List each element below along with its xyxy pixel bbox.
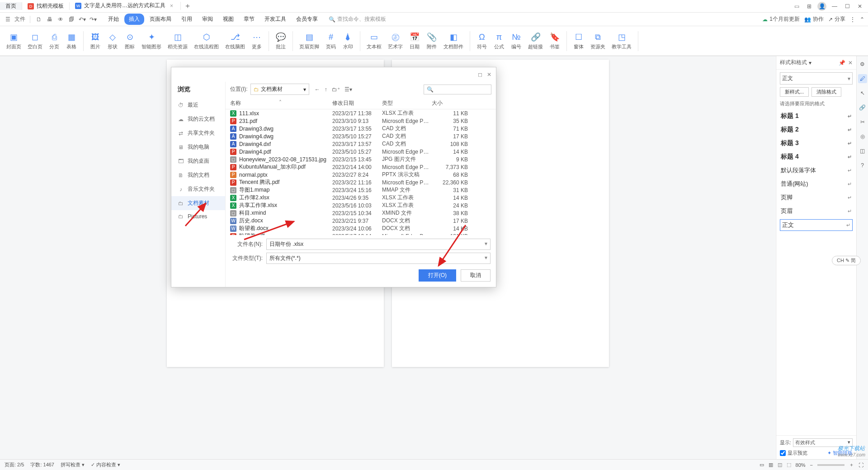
search-box[interactable]: 🔍 查找命令、搜索模板 — [329, 15, 386, 23]
spellcheck[interactable]: 拼写检查 ▾ — [61, 461, 85, 468]
style-页脚[interactable]: 页脚↵ — [780, 192, 853, 203]
kebab-icon[interactable]: ⋮ — [850, 16, 855, 23]
sidebar-音乐文件夹[interactable]: ♪音乐文件夹 — [171, 182, 225, 196]
file-row[interactable]: ◻导图1.mmap2023/3/24 15:16MMAP 文件31 KB — [226, 186, 496, 194]
help-icon[interactable]: ? — [858, 161, 867, 170]
style-正文[interactable]: 正文↵ — [780, 219, 853, 231]
ribbon-文档部件[interactable]: ◧文档部件 — [442, 32, 465, 50]
ribbon-tab[interactable]: 开发工具 — [260, 14, 291, 25]
ribbon-tab[interactable]: 章节 — [239, 14, 259, 25]
location-path[interactable]: 🗀文档素材▾ — [250, 84, 309, 95]
style-标题 2[interactable]: 标题 2↵ — [780, 124, 853, 135]
new-style-button[interactable]: 新样式... — [780, 87, 809, 97]
ribbon-超链接[interactable]: 🔗超链接 — [526, 32, 545, 50]
zoom-slider[interactable] — [817, 464, 844, 466]
file-row[interactable]: PKubuntuManual_加水印.pdf2023/2/14 14:00Mic… — [226, 163, 496, 171]
layout-icon[interactable]: ▭ — [792, 2, 801, 11]
pin-icon[interactable]: 📌 — [839, 60, 845, 66]
ribbon-形状[interactable]: ◇形状 — [105, 32, 120, 50]
open-button[interactable]: 打开(O) — [419, 269, 456, 282]
tab-add[interactable]: ＋ — [181, 1, 194, 11]
tab-document[interactable]: W 文字是人类用符…远的方式和工具 × — [70, 2, 181, 10]
ribbon-批注[interactable]: 💬批注 — [274, 32, 288, 50]
gear-icon[interactable]: ⚙ — [858, 60, 867, 69]
up-icon[interactable]: ↑ — [325, 86, 327, 93]
file-list-header[interactable]: 名称˄ 修改日期 类型 大小 — [226, 97, 496, 109]
style-标题 1[interactable]: 标题 1↵ — [780, 111, 853, 122]
ribbon-页码[interactable]: #页码 — [324, 32, 338, 50]
filetype-select[interactable]: 所有文件(*.*)▾ — [266, 253, 491, 264]
file-row[interactable]: W历史.docx2023/2/21 9:37DOCX 文档17 KB — [226, 217, 496, 225]
ribbon-tab[interactable]: 插入 — [124, 14, 144, 25]
tab-home[interactable]: 首页 — [0, 2, 22, 10]
chevron-up-icon[interactable]: ⌃ — [860, 16, 864, 23]
ribbon-在线脑图[interactable]: ⎇在线脑图 — [223, 32, 247, 50]
view-icon[interactable]: ▭ — [760, 462, 764, 468]
menu-icon[interactable]: ☰ — [4, 15, 12, 24]
ribbon-资源夹[interactable]: ⧉资源夹 — [589, 32, 607, 50]
zoom-out-icon[interactable]: − — [810, 462, 813, 468]
close-icon[interactable]: ✕ — [855, 2, 864, 11]
ribbon-附件[interactable]: 📎附件 — [425, 32, 439, 50]
fullscreen-icon[interactable]: ⛶ — [859, 462, 863, 468]
ribbon-艺术字[interactable]: ㊣艺术字 — [386, 32, 405, 50]
style-icon[interactable]: 🖊 — [858, 74, 867, 83]
back-icon[interactable]: ← — [315, 86, 320, 93]
clip-icon[interactable]: ✂ — [858, 118, 867, 127]
ribbon-更多[interactable]: ⋯更多 — [250, 32, 264, 50]
sidebar-文档素材[interactable]: 🗀文档素材 — [171, 196, 225, 210]
style-标题 4[interactable]: 标题 4↵ — [780, 151, 853, 162]
share-btn[interactable]: ↗分享 — [828, 15, 845, 23]
undo-icon[interactable]: ↶▾ — [78, 15, 86, 24]
ribbon-窗体[interactable]: ☐窗体 — [571, 32, 586, 50]
sidebar-我的电脑[interactable]: 🖥我的电脑 — [171, 140, 225, 154]
ime-indicator[interactable]: CH ✎ 简 — [832, 256, 861, 265]
ribbon-空白页[interactable]: ◻空白页 — [26, 32, 44, 50]
filename-input[interactable]: 日期年份 .xlsx▾ — [266, 239, 491, 250]
file-row[interactable]: X111.xlsx2023/2/17 11:38XLSX 工作表11 KB — [226, 109, 496, 117]
ribbon-tab[interactable]: 会员专享 — [292, 14, 322, 25]
ribbon-日期[interactable]: 📅日期 — [407, 32, 422, 50]
ribbon-智能图形[interactable]: ✦智能图形 — [140, 32, 163, 50]
clear-format-button[interactable]: 清除格式 — [811, 87, 841, 97]
cancel-button[interactable]: 取消 — [461, 269, 491, 282]
save-icon[interactable]: 🗋 — [35, 15, 43, 24]
layer-icon[interactable]: ◫ — [858, 146, 867, 155]
view-icon[interactable]: ◫ — [778, 462, 782, 468]
ribbon-tab[interactable]: 页面布局 — [145, 14, 176, 25]
apps-icon[interactable]: ⊞ — [805, 2, 814, 11]
style-页眉[interactable]: 页眉↵ — [780, 206, 853, 216]
sidebar-Pictures[interactable]: 🗀Pictures — [171, 210, 225, 223]
file-row[interactable]: Pnormal.pptx2023/2/27 8:24PPTX 演示文稿68 KB — [226, 171, 496, 179]
sidebar-共享文件夹[interactable]: ⇄共享文件夹 — [171, 126, 225, 140]
ribbon-符号[interactable]: Ω符号 — [475, 32, 489, 50]
preview-icon[interactable]: 👁 — [57, 15, 65, 24]
contentcheck[interactable]: ✓ 内容检查 ▾ — [91, 461, 120, 468]
file-row[interactable]: P231.pdf2023/3/10 9:13Microsoft Edge PD.… — [226, 117, 496, 125]
ribbon-页眉页脚[interactable]: ▤页眉页脚 — [297, 32, 321, 50]
ribbon-编号[interactable]: №编号 — [509, 32, 524, 50]
file-row[interactable]: ADrawing3.dwg2023/3/17 13:55CAD 文档71 KB — [226, 125, 496, 132]
ribbon-表格[interactable]: ▦表格 — [64, 32, 79, 50]
sidebar-我的桌面[interactable]: 🗔我的桌面 — [171, 154, 225, 168]
ribbon-tab[interactable]: 视图 — [218, 14, 238, 25]
cloud-sync[interactable]: ☁1个月前更新 — [762, 15, 800, 23]
maximize-icon[interactable]: ☐ — [843, 2, 852, 11]
tab-close-icon[interactable]: × — [168, 3, 175, 9]
view-icon[interactable]: ▥ — [769, 462, 773, 468]
sidebar-我的云文档[interactable]: ☁我的云文档 — [171, 112, 225, 126]
file-row[interactable]: PDrawing4.pdf2023/5/10 15:27Microsoft Ed… — [226, 148, 496, 155]
view-icon[interactable]: ⬚ — [787, 462, 791, 468]
file-row[interactable]: PTencent 腾讯.pdf2023/3/22 11:16Microsoft … — [226, 179, 496, 186]
ribbon-图标[interactable]: ⊙图标 — [123, 32, 137, 50]
style-默认段落字体[interactable]: 默认段落字体↵ — [780, 165, 853, 176]
dialog-close-icon[interactable]: ✕ — [487, 71, 491, 78]
print-icon[interactable]: 🖶 — [46, 15, 54, 24]
ribbon-书签[interactable]: 🔖书签 — [547, 32, 562, 50]
file-row[interactable]: X工作簿2.xlsx2023/4/26 9:35XLSX 工作表14 KB — [226, 194, 496, 202]
minimize-icon[interactable]: — — [830, 2, 839, 11]
link-icon[interactable]: 🔗 — [858, 103, 867, 112]
ribbon-文本框[interactable]: ▭文本框 — [365, 32, 383, 50]
zoom-level[interactable]: 80% — [796, 462, 806, 468]
ribbon-tab[interactable]: 引用 — [177, 14, 197, 25]
